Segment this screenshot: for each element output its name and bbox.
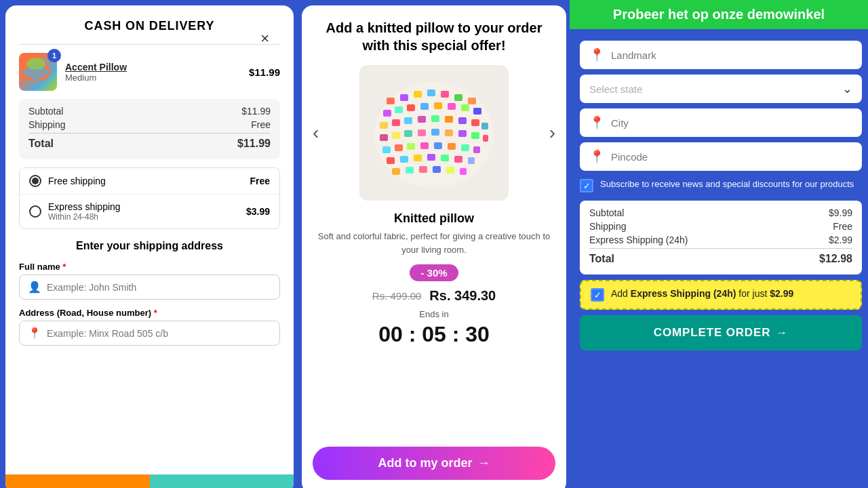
carousel-right-button[interactable]: › bbox=[549, 122, 555, 144]
landmark-input[interactable] bbox=[611, 49, 852, 61]
svg-rect-50 bbox=[454, 156, 462, 163]
state-select-label: Select state bbox=[589, 83, 642, 95]
address-section-title: Enter your shipping address bbox=[19, 240, 280, 252]
svg-rect-56 bbox=[446, 167, 454, 174]
item-badge: 1 bbox=[47, 49, 61, 62]
offer-title: Add a knitted pillow to your order with … bbox=[313, 19, 555, 54]
required-star2: * bbox=[154, 308, 157, 318]
product-image: 1 bbox=[19, 53, 57, 91]
pincode-input[interactable] bbox=[611, 151, 852, 163]
right-express-label: Express Shipping (24h) bbox=[589, 235, 688, 245]
radio-free[interactable] bbox=[29, 175, 41, 187]
radio-express[interactable] bbox=[29, 205, 41, 218]
state-select-wrap[interactable]: Select state ⌄ bbox=[580, 75, 862, 103]
price-row: Rs. 499.00 Rs. 349.30 bbox=[372, 288, 496, 304]
shipping-express-sublabel: Within 24-48h bbox=[48, 212, 239, 222]
svg-rect-30 bbox=[404, 130, 412, 137]
shipping-value: Free bbox=[251, 119, 271, 130]
shipping-free-price: Free bbox=[250, 176, 270, 186]
svg-rect-42 bbox=[448, 143, 456, 150]
discount-badge: - 30% bbox=[410, 264, 458, 281]
product-description: Soft and colorful fabric, perfect for gi… bbox=[313, 230, 555, 256]
address-input[interactable] bbox=[47, 328, 271, 339]
left-panel: CASH ON DELIVERY × 1 Accent Pillow Mediu… bbox=[5, 5, 294, 488]
order-item-name: Accent Pillow bbox=[65, 62, 241, 73]
fullname-input[interactable] bbox=[47, 282, 271, 293]
svg-rect-4 bbox=[387, 98, 395, 104]
svg-rect-45 bbox=[387, 157, 395, 164]
product-name: Knitted pillow bbox=[394, 211, 474, 226]
svg-rect-18 bbox=[473, 108, 481, 115]
subscribe-row: ✓ Subscribe to receive news and special … bbox=[580, 176, 862, 195]
right-shipping-value: Free bbox=[833, 221, 852, 232]
svg-rect-39 bbox=[407, 143, 415, 150]
express-upsell-text: Add Express Shipping (24h) for just $2.9… bbox=[611, 288, 793, 299]
svg-rect-23 bbox=[431, 115, 439, 122]
location-icon: 📍 bbox=[28, 327, 41, 340]
subscribe-checkbox[interactable]: ✓ bbox=[580, 179, 593, 192]
shipping-label: Shipping bbox=[28, 119, 66, 130]
city-input[interactable] bbox=[611, 117, 852, 129]
svg-rect-49 bbox=[441, 155, 449, 161]
svg-rect-24 bbox=[445, 116, 453, 123]
promo-banner: Probeer het op onze demowinkel bbox=[570, 0, 868, 29]
svg-rect-38 bbox=[395, 144, 403, 151]
address-label: Address (Road, House number) * bbox=[19, 308, 280, 318]
svg-rect-47 bbox=[414, 155, 422, 161]
subtotal-row: Subtotal $11.99 bbox=[28, 106, 271, 117]
svg-rect-55 bbox=[433, 166, 441, 173]
subscribe-text: Subscribe to receive news and special di… bbox=[600, 179, 854, 189]
landmark-field-wrap[interactable]: 📍 bbox=[580, 41, 862, 69]
svg-point-2 bbox=[26, 58, 45, 70]
svg-rect-33 bbox=[445, 129, 453, 136]
shipping-options: Free shipping Free Express shipping With… bbox=[19, 167, 280, 229]
shipping-option-express[interactable]: Express shipping Within 24-48h $3.99 bbox=[20, 195, 279, 228]
svg-rect-25 bbox=[458, 117, 467, 124]
svg-rect-9 bbox=[454, 94, 462, 101]
total-label: Total bbox=[28, 138, 54, 150]
city-icon: 📍 bbox=[589, 115, 604, 130]
address-input-wrap[interactable]: 📍 bbox=[19, 321, 280, 346]
svg-rect-35 bbox=[471, 132, 479, 139]
close-button[interactable]: × bbox=[260, 30, 269, 47]
add-to-order-button[interactable]: Add to my order → bbox=[313, 447, 555, 480]
shipping-express-label: Express shipping bbox=[48, 201, 239, 212]
fullname-input-wrap[interactable]: 👤 bbox=[19, 274, 280, 300]
right-total-row: Total $12.98 bbox=[589, 248, 852, 265]
subtotal-label: Subtotal bbox=[28, 106, 63, 117]
right-subtotal-value: $9.99 bbox=[829, 207, 852, 218]
right-subtotal-label: Subtotal bbox=[589, 207, 624, 218]
svg-rect-27 bbox=[481, 123, 488, 129]
city-field-wrap[interactable]: 📍 bbox=[580, 108, 862, 137]
svg-rect-28 bbox=[380, 134, 388, 141]
original-price: Rs. 499.00 bbox=[372, 290, 422, 302]
person-icon: 👤 bbox=[28, 281, 41, 293]
svg-rect-11 bbox=[383, 110, 391, 117]
right-total-value: $12.98 bbox=[819, 253, 852, 265]
svg-rect-20 bbox=[392, 119, 400, 126]
countdown-timer: 00 : 05 : 30 bbox=[378, 322, 490, 347]
order-item-price: $11.99 bbox=[249, 66, 280, 78]
total-row: Total $11.99 bbox=[28, 133, 271, 150]
right-total-label: Total bbox=[589, 253, 614, 265]
chevron-down-icon: ⌄ bbox=[842, 81, 852, 96]
svg-rect-40 bbox=[420, 142, 429, 149]
right-summary-box: Subtotal $9.99 Shipping Free Express Shi… bbox=[580, 201, 862, 274]
svg-rect-19 bbox=[380, 122, 388, 129]
product-image-main bbox=[359, 65, 509, 201]
carousel-left-button[interactable]: ‹ bbox=[313, 122, 319, 144]
express-upsell-checkbox[interactable]: ✓ bbox=[591, 288, 604, 302]
knitted-pillow-svg bbox=[366, 70, 502, 196]
fullname-group: Full name * 👤 bbox=[19, 262, 280, 300]
shipping-option-free[interactable]: Free shipping Free bbox=[20, 168, 279, 195]
complete-order-button[interactable]: COMPLETE ORDER → bbox=[580, 315, 862, 350]
svg-rect-26 bbox=[471, 119, 479, 126]
svg-rect-37 bbox=[382, 146, 391, 153]
landmark-icon: 📍 bbox=[589, 47, 604, 62]
pincode-field-wrap[interactable]: 📍 bbox=[580, 142, 862, 171]
svg-rect-32 bbox=[431, 129, 439, 136]
svg-rect-51 bbox=[468, 157, 475, 164]
right-subtotal-row: Subtotal $9.99 bbox=[589, 207, 852, 218]
panel-title: CASH ON DELIVERY bbox=[19, 19, 280, 33]
svg-rect-34 bbox=[458, 130, 467, 137]
